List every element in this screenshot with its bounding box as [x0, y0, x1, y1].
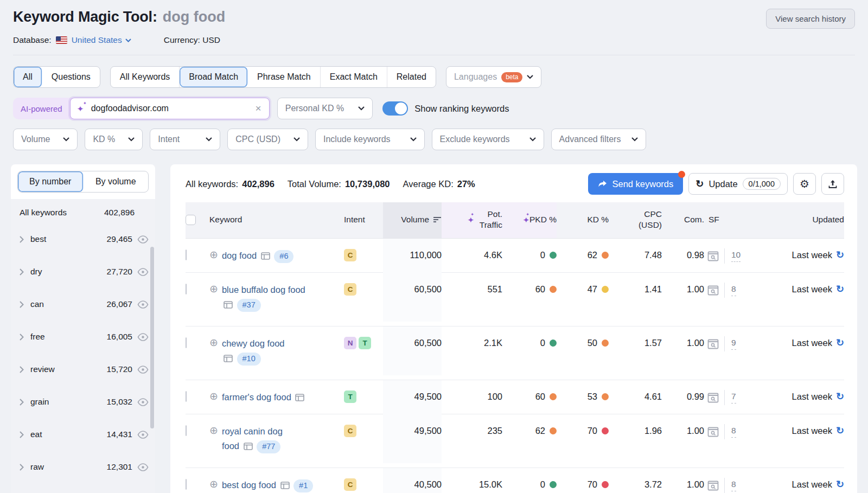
rank-badge[interactable]: #6 [274, 250, 293, 263]
group-row-review[interactable]: review 15,720 [11, 353, 155, 386]
eye-icon[interactable] [137, 398, 149, 406]
refresh-row-icon[interactable]: ↻ [836, 424, 844, 437]
sf-count[interactable]: 8 [731, 426, 736, 438]
tab-phrase-match[interactable]: Phrase Match [248, 67, 321, 87]
rank-badge[interactable]: #77 [257, 440, 280, 453]
row-checkbox[interactable] [186, 249, 187, 260]
intent-filter[interactable]: Intent [150, 129, 220, 150]
include-keywords-filter[interactable]: Include keywords [315, 129, 425, 150]
eye-icon[interactable] [137, 333, 149, 341]
group-row-dry[interactable]: dry 27,720 [11, 255, 155, 288]
serp-preview-icon[interactable] [707, 251, 719, 261]
database-select[interactable]: United States [72, 35, 131, 45]
group-row-grain[interactable]: grain 15,032 [11, 386, 155, 418]
update-button[interactable]: ↻ Update 0/1,000 [688, 173, 788, 195]
eye-icon[interactable] [137, 268, 149, 276]
sf-count[interactable]: 9 [731, 338, 736, 350]
volume-value: 110,000 [383, 239, 442, 273]
serp-preview-icon[interactable] [707, 285, 719, 296]
add-keyword-icon[interactable]: ⊕ [209, 424, 218, 453]
row-checkbox[interactable] [186, 337, 187, 348]
tab-all[interactable]: All [14, 67, 42, 87]
kd-filter[interactable]: KD % [85, 129, 143, 150]
eye-icon[interactable] [137, 235, 149, 244]
volume-filter[interactable]: Volume [13, 129, 78, 150]
add-keyword-icon[interactable]: ⊕ [209, 283, 218, 312]
serp-preview-icon[interactable] [707, 339, 719, 349]
add-keyword-icon[interactable]: ⊕ [209, 248, 218, 263]
volume-value: 49,500 [383, 414, 442, 463]
clear-input-icon[interactable]: × [254, 103, 263, 114]
personal-kd-dropdown[interactable]: Personal KD % [277, 98, 373, 119]
tab-broad-match[interactable]: Broad Match [180, 67, 248, 87]
tab-by-volume[interactable]: By volume [84, 171, 149, 192]
view-search-history-button[interactable]: View search history [766, 9, 855, 29]
rank-badge[interactable]: #1 [293, 479, 313, 492]
header-keyword[interactable]: Keyword [209, 202, 344, 238]
row-checkbox[interactable] [186, 425, 187, 436]
exclude-keywords-filter[interactable]: Exclude keywords [432, 129, 544, 150]
sf-count[interactable]: 8 [731, 284, 736, 296]
languages-dropdown[interactable]: Languages beta [446, 66, 542, 88]
eye-icon[interactable] [137, 463, 149, 471]
refresh-row-icon[interactable]: ↻ [836, 283, 844, 296]
eye-icon[interactable] [137, 431, 149, 439]
tab-related[interactable]: Related [387, 67, 436, 87]
show-ranking-keywords-toggle[interactable] [382, 101, 408, 116]
row-checkbox[interactable] [186, 391, 187, 402]
keyword-link[interactable]: blue buffalo dog food [222, 285, 305, 294]
eye-icon[interactable] [137, 366, 149, 374]
refresh-row-icon[interactable]: ↻ [836, 390, 844, 403]
header-pkd[interactable]: ✦✦ PKD % [502, 202, 557, 238]
refresh-row-icon[interactable]: ↻ [836, 478, 844, 491]
export-button[interactable] [821, 173, 844, 195]
keyword-search-input[interactable]: ✦✦ dogfoodadvisor.com × [70, 98, 270, 119]
eye-icon[interactable] [137, 300, 149, 309]
sf-count[interactable]: 10 [731, 250, 741, 262]
all-keywords-row[interactable]: All keywords 402,896 [11, 199, 155, 223]
rank-badge[interactable]: #37 [237, 299, 261, 312]
refresh-row-icon[interactable]: ↻ [836, 248, 844, 261]
sf-count[interactable]: 8 [731, 479, 736, 491]
row-checkbox[interactable] [186, 479, 187, 490]
group-row-free[interactable]: free 16,005 [11, 321, 155, 353]
cpc-filter[interactable]: CPC (USD) [227, 129, 308, 150]
header-pot-traffic[interactable]: ✦✦ Pot. Traffic [442, 202, 502, 238]
advanced-filters[interactable]: Advanced filters [551, 129, 647, 150]
sidebar-scrollbar[interactable] [150, 247, 154, 428]
add-keyword-icon[interactable]: ⊕ [209, 336, 218, 366]
keyword-link[interactable]: dog food [222, 251, 257, 260]
header-sf[interactable]: SF [704, 202, 763, 238]
rank-badge[interactable]: #10 [237, 353, 261, 366]
tab-by-number[interactable]: By number [18, 171, 84, 192]
group-row-can[interactable]: can 26,067 [11, 288, 155, 321]
row-checkbox[interactable] [186, 284, 187, 294]
serp-preview-icon[interactable] [707, 427, 719, 437]
search-input-value[interactable]: dogfoodadvisor.com [91, 104, 254, 113]
header-kd[interactable]: KD % [557, 202, 609, 238]
sf-count[interactable]: 7 [731, 392, 736, 404]
keyword-link[interactable]: farmer's dog food [222, 392, 291, 402]
header-volume[interactable]: Volume [383, 202, 442, 238]
header-com[interactable]: Com. [662, 202, 704, 238]
group-row-eat[interactable]: eat 14,431 [11, 418, 155, 451]
header-updated[interactable]: Updated [763, 202, 844, 238]
refresh-row-icon[interactable]: ↻ [836, 336, 844, 349]
keyword-link[interactable]: chewy dog food [222, 338, 285, 348]
select-all-checkbox[interactable] [186, 215, 196, 225]
tab-exact-match[interactable]: Exact Match [321, 67, 387, 87]
sidebar-tabs: By number By volume [11, 164, 155, 199]
send-keywords-button[interactable]: Send keywords [588, 173, 683, 195]
tab-all-keywords[interactable]: All Keywords [111, 67, 180, 87]
add-keyword-icon[interactable]: ⊕ [209, 390, 218, 405]
add-keyword-icon[interactable]: ⊕ [209, 478, 218, 492]
serp-preview-icon[interactable] [707, 393, 719, 403]
header-cpc[interactable]: CPC (USD) [609, 202, 662, 238]
tab-questions[interactable]: Questions [42, 67, 100, 87]
keyword-link[interactable]: best dog food [222, 480, 276, 490]
header-intent[interactable]: Intent [344, 202, 383, 238]
group-row-best[interactable]: best 29,465 [11, 223, 155, 255]
serp-preview-icon[interactable] [707, 481, 719, 491]
settings-button[interactable]: ⚙ [793, 173, 816, 195]
group-row-raw[interactable]: raw 12,301 [11, 451, 155, 483]
